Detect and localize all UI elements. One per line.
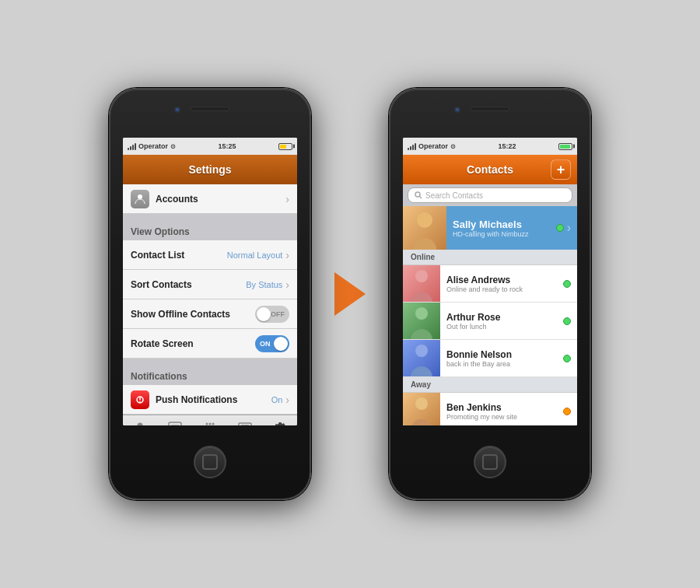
show-offline-toggle[interactable]: OFF <box>255 306 289 323</box>
svg-point-23 <box>417 212 432 228</box>
signal-bar-4 <box>135 143 136 150</box>
sort-contacts-value: By Status <box>246 280 282 289</box>
contact-info-arthur: Arthur Rose Out for lunch <box>440 307 563 335</box>
operator-label: Operator <box>138 142 168 150</box>
push-notifications-row[interactable]: Push Notifications On › <box>123 385 297 415</box>
signal-bar-2-3 <box>412 145 414 150</box>
contact-status-indicator-ben <box>563 408 577 415</box>
contacts-screen: Operator ⊙ 15:22 Contacts + <box>403 138 577 425</box>
show-offline-row[interactable]: Show Offline Contacts OFF <box>123 299 297 329</box>
toggle-text-rotate: ON <box>260 340 271 348</box>
contact-row-alise[interactable]: Alise Andrews Online and ready to rock <box>403 265 577 303</box>
contacts-nav-bar: Contacts + <box>403 155 577 184</box>
battery-fill-2 <box>560 145 570 149</box>
status-dot-ben <box>563 408 571 415</box>
status-dot-bonnie <box>563 355 571 362</box>
push-notifications-icon <box>131 390 149 409</box>
contact-status-indicator-bonnie <box>563 355 577 362</box>
contact-status-indicator-alise <box>563 280 577 288</box>
accounts-row[interactable]: Accounts › <box>123 184 297 214</box>
rotate-screen-label: Rotate Screen <box>131 338 255 349</box>
away-label: Away <box>411 380 431 389</box>
contact-row-arthur[interactable]: Arthur Rose Out for lunch <box>403 303 577 340</box>
contact-list-row[interactable]: Contact List Normal Layout › <box>123 240 297 270</box>
svg-point-25 <box>415 307 428 320</box>
contact-avatar-alise <box>403 265 440 303</box>
sort-contacts-row[interactable]: Sort Contacts By Status › <box>123 270 297 299</box>
svg-point-24 <box>415 270 428 282</box>
signal-bar-2-1 <box>408 148 409 150</box>
signal-bars-2 <box>408 142 416 150</box>
phone-bottom-bezel-2 <box>390 425 590 499</box>
contact-avatar-arthur <box>403 303 440 340</box>
home-button-inner-2 <box>482 454 498 470</box>
search-placeholder: Search Contacts <box>425 191 483 200</box>
svg-point-26 <box>415 345 428 357</box>
tab-settings[interactable]: Settings <box>262 415 297 425</box>
home-button-2[interactable] <box>474 446 506 478</box>
featured-status: › <box>556 221 577 235</box>
push-notifications-value: On <box>271 395 283 404</box>
contacts-title: Contacts <box>467 163 513 176</box>
accounts-icon <box>131 190 149 208</box>
search-input[interactable]: Search Contacts <box>408 187 572 203</box>
rotate-screen-toggle[interactable]: ON <box>255 335 289 352</box>
signal-bar-3 <box>132 145 134 150</box>
contact-info-alise: Alise Andrews Online and ready to rock <box>440 270 563 298</box>
featured-info: Sally Michaels HD-calling with Nimbuzz <box>446 214 556 243</box>
contact-row-ben[interactable]: Ben Jenkins Promoting my new site <box>403 393 577 425</box>
status-bar-2: Operator ⊙ 15:22 <box>403 138 577 155</box>
contact-info-ben: Ben Jenkins Promoting my new site <box>440 397 563 425</box>
contact-status-alise: Online and ready to rock <box>446 285 557 293</box>
featured-name: Sally Michaels <box>453 219 550 230</box>
phone-top-bezel-2 <box>390 89 590 138</box>
home-button-1[interactable] <box>194 446 226 478</box>
online-label: Online <box>411 253 435 261</box>
phone-contacts: Operator ⊙ 15:22 Contacts + <box>389 88 591 500</box>
battery-fill <box>280 145 286 149</box>
contact-list-label: Contact List <box>131 250 227 261</box>
toggle-knob-rotate <box>274 337 288 351</box>
featured-subtitle: HD-calling with Nimbuzz <box>453 230 550 238</box>
tab-contacts[interactable]: Contacts <box>123 415 158 425</box>
contact-status-bonnie: back in the Bay area <box>446 360 557 368</box>
settings-tab-bar: Contacts Chats <box>123 415 297 425</box>
contact-avatar-bonnie <box>403 340 440 377</box>
status-bar: Operator ⊙ 15:25 <box>123 138 297 155</box>
signal-bar-1 <box>128 148 129 150</box>
time-label: 15:25 <box>218 142 236 150</box>
accounts-chevron: › <box>285 193 289 205</box>
tab-keypad[interactable]: Keypad <box>193 415 228 425</box>
status-right <box>278 143 292 150</box>
show-offline-label: Show Offline Contacts <box>131 309 255 320</box>
speaker-2 <box>471 107 509 111</box>
contact-row-bonnie[interactable]: Bonnie Nelson back in the Bay area <box>403 340 577 377</box>
tab-messages[interactable]: Messages <box>227 415 262 425</box>
contact-info-bonnie: Bonnie Nelson back in the Bay area <box>440 345 563 373</box>
phone-top-bezel <box>110 89 310 138</box>
wifi-icon: ⊙ <box>170 143 176 150</box>
tab-chats[interactable]: Chats <box>158 415 193 425</box>
battery-icon <box>278 143 292 150</box>
contact-name-bonnie: Bonnie Nelson <box>446 349 557 360</box>
online-section-header: Online <box>403 250 577 265</box>
status-left: Operator ⊙ <box>128 142 176 150</box>
notifications-header: Notifications <box>123 365 297 385</box>
svg-point-0 <box>138 194 142 199</box>
rotate-screen-row[interactable]: Rotate Screen ON <box>123 329 297 359</box>
camera-icon-2 <box>454 107 460 113</box>
view-options-header: View Options <box>123 220 297 240</box>
add-contact-button[interactable]: + <box>551 159 571 180</box>
speaker <box>191 107 229 111</box>
contact-avatar-ben <box>403 393 440 425</box>
contact-status-ben: Promoting my new site <box>446 413 557 421</box>
contact-name-arthur: Arthur Rose <box>446 312 557 323</box>
featured-avatar <box>403 206 446 250</box>
toggle-knob-offline <box>257 307 271 321</box>
featured-contact[interactable]: Sally Michaels HD-calling with Nimbuzz › <box>403 206 577 250</box>
home-button-inner-1 <box>202 454 218 470</box>
accounts-label: Accounts <box>156 194 285 205</box>
settings-content: Accounts › View Options Contact List Nor… <box>123 184 297 415</box>
settings-screen: Operator ⊙ 15:25 Settings <box>123 138 297 425</box>
time-label-2: 15:22 <box>498 142 516 150</box>
